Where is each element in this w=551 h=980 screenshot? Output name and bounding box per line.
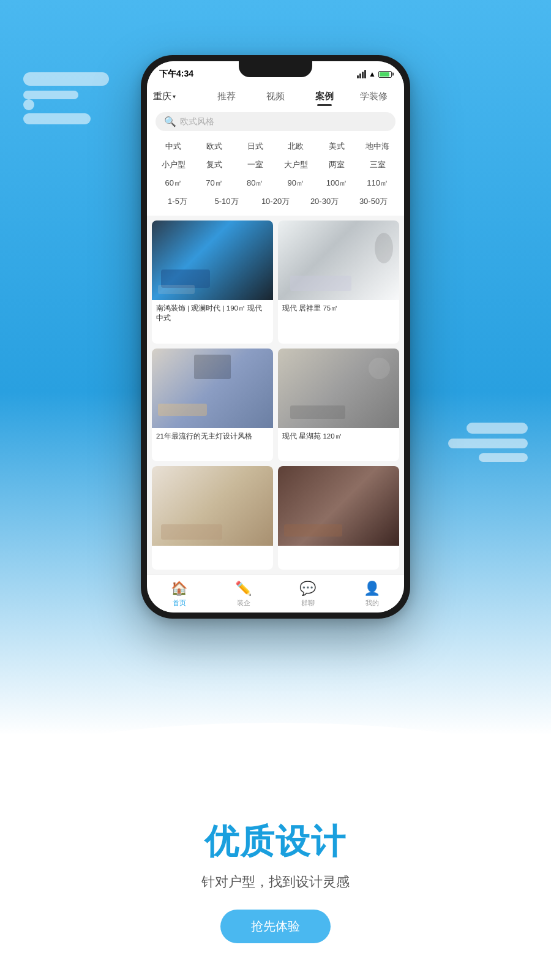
filter-yishi[interactable]: 一室	[234, 157, 276, 172]
tab-learn[interactable]: 学装修	[349, 88, 398, 105]
nav-company-label: 装企	[237, 598, 250, 608]
phone-notch	[239, 61, 312, 77]
card-3[interactable]: 21年最流行的无主灯设计风格	[152, 349, 273, 462]
phone-screen: 下午4:34 ▲ 重庆	[147, 61, 404, 612]
promo-section: 优质设计 针对户型，找到设计灵感 抢先体验	[0, 819, 551, 943]
signal-icon	[357, 70, 366, 78]
nav-chat[interactable]: 💬 群聊	[299, 581, 316, 608]
promo-subtitle: 针对户型，找到设计灵感	[0, 873, 551, 891]
chevron-down-icon: ▾	[173, 93, 176, 100]
battery-icon	[378, 71, 392, 78]
filter-rishi[interactable]: 日式	[234, 139, 276, 154]
search-icon: 🔍	[164, 116, 176, 127]
filter-5-10wan[interactable]: 5-10万	[202, 194, 251, 209]
card-2[interactable]: 现代 居祥里 75㎡	[278, 221, 399, 344]
filter-fushi[interactable]: 复式	[194, 157, 235, 172]
status-time: 下午4:34	[159, 69, 193, 80]
filter-zhongshi[interactable]: 中式	[153, 139, 194, 154]
cloud-decoration-1	[23, 72, 109, 86]
filter-100sqm[interactable]: 100㎡	[317, 176, 358, 190]
wifi-icon: ▲	[369, 70, 376, 78]
filter-xiaohuxing[interactable]: 小户型	[153, 157, 194, 172]
filter-row-style: 中式 欧式 日式 北欧 美式 地中海	[153, 137, 398, 156]
card-5[interactable]	[152, 466, 273, 570]
filter-dizhonghai[interactable]: 地中海	[357, 139, 398, 154]
filter-1-5wan[interactable]: 1-5万	[153, 194, 202, 209]
bottom-nav: 🏠 首页 ✏️ 装企 💬 群聊 👤 我的	[147, 575, 404, 612]
filter-beieu[interactable]: 北欧	[276, 139, 317, 154]
phone-body: 下午4:34 ▲ 重庆	[141, 55, 410, 619]
card-4-caption: 现代 星湖苑 120㎡	[278, 428, 399, 444]
search-placeholder: 欧式风格	[180, 116, 214, 127]
tab-video[interactable]: 视频	[251, 88, 300, 105]
nav-company[interactable]: ✏️ 装企	[235, 581, 252, 608]
cloud-decoration-4	[23, 113, 91, 124]
filter-90sqm[interactable]: 90㎡	[276, 176, 317, 190]
nav-chat-label: 群聊	[301, 598, 315, 608]
cloud-decoration-5	[467, 423, 528, 434]
card-1-caption: 南鸿装饰 | 观澜时代 | 190㎡ 现代中式	[152, 300, 273, 326]
filter-section: 中式 欧式 日式 北欧 美式 地中海 小户型 复式 一室 大户型 两室 三室 6…	[147, 136, 404, 216]
tab-location[interactable]: 重庆 ▾	[153, 88, 202, 105]
phone-mockup: 下午4:34 ▲ 重庆	[141, 55, 410, 619]
content-grid: 南鸿装饰 | 观澜时代 | 190㎡ 现代中式 现代 居祥里 75㎡ 21年最流…	[147, 216, 404, 575]
filter-10-20wan[interactable]: 10-20万	[251, 194, 300, 209]
nav-profile-label: 我的	[365, 598, 379, 608]
status-icons: ▲	[357, 70, 392, 78]
cloud-decoration-6	[448, 439, 528, 448]
cloud-decoration-3	[23, 99, 34, 110]
nav-home[interactable]: 🏠 首页	[171, 581, 187, 608]
tab-recommend[interactable]: 推荐	[202, 88, 251, 105]
card-6-image	[278, 466, 399, 546]
card-2-caption: 现代 居祥里 75㎡	[278, 300, 399, 316]
filter-row-budget: 1-5万 5-10万 10-20万 20-30万 30-50万	[153, 192, 398, 211]
card-1-image	[152, 221, 273, 300]
card-6-caption	[278, 546, 399, 552]
company-icon: ✏️	[235, 581, 252, 597]
filter-20-30wan[interactable]: 20-30万	[300, 194, 349, 209]
filter-row-area: 60㎡ 70㎡ 80㎡ 90㎡ 100㎡ 110㎡	[153, 174, 398, 192]
filter-oushi[interactable]: 欧式	[194, 139, 235, 154]
filter-row-type: 小户型 复式 一室 大户型 两室 三室	[153, 156, 398, 174]
card-5-caption	[152, 546, 273, 552]
filter-60sqm[interactable]: 60㎡	[153, 176, 194, 190]
profile-icon: 👤	[364, 581, 380, 597]
nav-profile[interactable]: 👤 我的	[364, 581, 380, 608]
cloud-decoration-7	[479, 453, 528, 462]
filter-30-50wan[interactable]: 30-50万	[349, 194, 398, 209]
nav-home-label: 首页	[173, 598, 186, 608]
card-1[interactable]: 南鸿装饰 | 观澜时代 | 190㎡ 现代中式	[152, 221, 273, 344]
filter-meishi[interactable]: 美式	[317, 139, 358, 154]
tab-cases[interactable]: 案例	[300, 88, 349, 105]
cloud-decoration-2	[23, 91, 78, 99]
card-3-caption: 21年最流行的无主灯设计风格	[152, 428, 273, 444]
promo-title: 优质设计	[0, 819, 551, 865]
card-5-image	[152, 466, 273, 546]
cta-button[interactable]: 抢先体验	[220, 910, 331, 943]
filter-sanshi[interactable]: 三室	[357, 157, 398, 172]
card-6[interactable]	[278, 466, 399, 570]
filter-80sqm[interactable]: 80㎡	[234, 176, 276, 190]
filter-liangshi[interactable]: 两室	[317, 157, 358, 172]
card-3-image	[152, 349, 273, 428]
card-2-image	[278, 221, 399, 300]
card-4[interactable]: 现代 星湖苑 120㎡	[278, 349, 399, 462]
search-bar[interactable]: 🔍 欧式风格	[147, 108, 404, 136]
home-icon: 🏠	[171, 581, 187, 597]
chat-icon: 💬	[299, 581, 316, 597]
filter-dahuxing[interactable]: 大户型	[276, 157, 317, 172]
filter-110sqm[interactable]: 110㎡	[357, 176, 398, 190]
card-4-image	[278, 349, 399, 428]
filter-70sqm[interactable]: 70㎡	[194, 176, 235, 190]
nav-tabs: 重庆 ▾ 推荐 视频 案例 学装修	[147, 83, 404, 108]
